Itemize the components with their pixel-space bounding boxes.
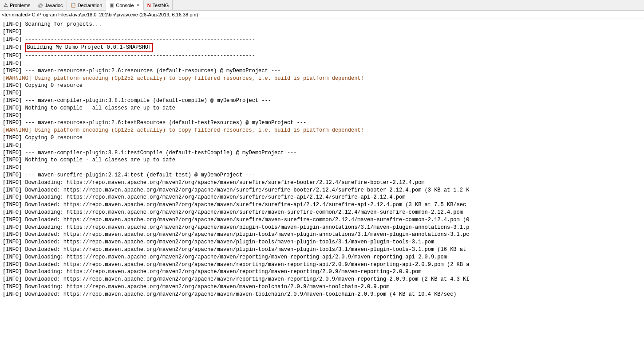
tab-testng[interactable]: N TestNG [144, 0, 173, 10]
console-output: [INFO] Scanning for projects...[INFO][IN… [0, 19, 644, 349]
console-line: [INFO] --- maven-compiler-plugin:3.8.1:t… [3, 149, 641, 157]
console-line: [INFO] [3, 28, 641, 36]
tab-console[interactable]: ▣ Console ✕ [106, 0, 143, 11]
javadoc-icon: @ [38, 3, 43, 8]
console-line: [INFO] Downloading: https://repo.maven.a… [3, 224, 641, 231]
console-line: [INFO] Downloading: https://repo.maven.a… [3, 254, 641, 261]
console-line: [INFO] Nothing to compile - all classes … [3, 156, 641, 164]
console-line: [INFO] Downloaded: https://repo.maven.ap… [3, 261, 641, 269]
console-line: [INFO] Downloaded: https://repo.maven.ap… [3, 231, 641, 239]
tab-console-label: Console [116, 3, 134, 8]
console-line: [INFO] [3, 112, 641, 120]
console-line: [INFO] Scanning for projects... [3, 21, 641, 28]
console-line: [INFO] Downloaded: https://repo.maven.ap… [3, 201, 641, 209]
console-line: [INFO] Downloading: https://repo.maven.a… [3, 209, 641, 216]
console-line: [INFO] Building My Demo Project 0.0.1-SN… [3, 43, 641, 52]
console-line: [INFO] --- maven-resources-plugin:2.6:re… [3, 67, 641, 75]
console-line: [INFO] Copying 0 resource [3, 82, 641, 90]
terminated-bar: <terminated> C:\Program Files\Java\jre18… [0, 11, 644, 19]
console-line: [INFO] Nothing to compile - all classes … [3, 105, 641, 112]
tab-testng-label: TestNG [153, 3, 169, 8]
console-line: [INFO] [3, 60, 641, 67]
problems-icon: ⚠ [4, 2, 8, 8]
tab-javadoc[interactable]: @ Javadoc [34, 0, 67, 10]
tab-declaration[interactable]: 📋 Declaration [67, 0, 107, 10]
console-line: [INFO] [3, 142, 641, 149]
console-line: [INFO] --- maven-resources-plugin:2.6:te… [3, 119, 641, 127]
console-line: [INFO] Downloading: https://repo.maven.a… [3, 283, 641, 291]
tab-problems[interactable]: ⚠ Problems [0, 0, 34, 10]
console-line: [INFO] Downloaded: https://repo.maven.ap… [3, 187, 641, 194]
console-close-button[interactable]: ✕ [136, 3, 140, 8]
console-line: [INFO] --- maven-compiler-plugin:3.8.1:c… [3, 97, 641, 105]
console-line: [INFO] Downloaded: https://repo.maven.ap… [3, 276, 641, 283]
console-line: [INFO] Downloading: https://repo.maven.a… [3, 179, 641, 187]
testng-icon: N [147, 3, 151, 8]
console-line: [INFO] [3, 90, 641, 97]
console-line: [INFO] Downloaded: https://repo.maven.ap… [3, 246, 641, 254]
tab-bar: ⚠ Problems @ Javadoc 📋 Declaration ▣ Con… [0, 0, 644, 11]
console-icon: ▣ [110, 2, 114, 8]
terminated-text: <terminated> C:\Program Files\Java\jre18… [2, 12, 198, 17]
console-line: [INFO] Downloaded: https://repo.maven.ap… [3, 216, 641, 224]
console-line: [INFO] ---------------------------------… [3, 52, 641, 60]
console-line: [INFO] Downloading: https://repo.maven.a… [3, 268, 641, 276]
console-line: [INFO] Downloaded: https://repo.maven.ap… [3, 239, 641, 246]
console-line: [INFO] Downloading: https://repo.maven.a… [3, 194, 641, 201]
console-line: [WARNING] Using platform encoding (Cp125… [3, 127, 641, 134]
tab-javadoc-label: Javadoc [45, 3, 63, 8]
tab-declaration-label: Declaration [78, 3, 103, 8]
console-line: [INFO] --- maven-surefire-plugin:2.12.4:… [3, 172, 641, 179]
console-line: [WARNING] Using platform encoding (Cp125… [3, 75, 641, 82]
console-line: [INFO] ---------------------------------… [3, 36, 641, 43]
console-line: [INFO] Downloaded: https://repo.maven.ap… [3, 291, 641, 298]
console-line: [INFO] [3, 164, 641, 172]
declaration-icon: 📋 [71, 3, 76, 8]
tab-problems-label: Problems [10, 3, 30, 8]
console-line: [INFO] Copying 0 resource [3, 134, 641, 142]
